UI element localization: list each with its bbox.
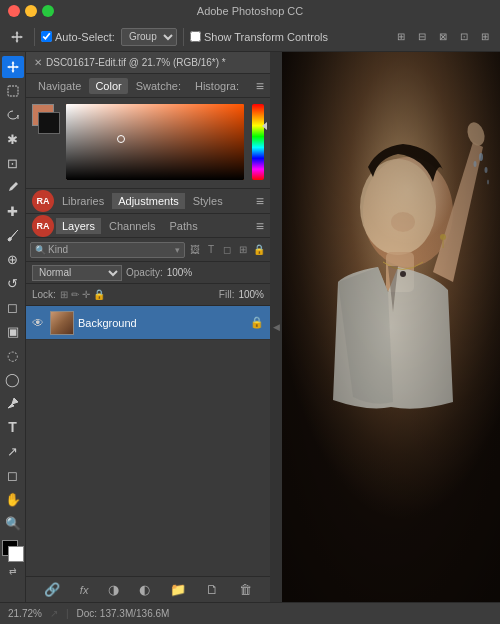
dodge-tool[interactable]: ◯ [2,368,24,390]
brush-tool[interactable] [2,224,24,246]
color-gradient[interactable] [66,104,244,180]
tab-swatches[interactable]: Swatche: [130,78,187,94]
lock-transparent-icon[interactable]: ⊞ [60,289,68,300]
link-layers-icon[interactable]: 🔗 [44,582,60,597]
photo-area[interactable] [282,52,500,602]
tab-styles[interactable]: Styles [187,193,229,209]
lock-position-icon[interactable]: ✛ [82,289,90,300]
tab-navigate[interactable]: Navigate [32,78,87,94]
layers-footer: 🔗 fx ◑ ◐ 📁 🗋 🗑 [26,576,270,602]
eraser-tool[interactable]: ◻ [2,296,24,318]
tab-layers[interactable]: Layers [56,218,101,234]
hue-slider[interactable] [252,104,264,180]
minimize-button[interactable] [25,5,37,17]
layer-thumbnail [50,311,74,335]
search-kind-dropdown[interactable]: ▾ [175,245,180,255]
adj-panel-menu[interactable]: ≡ [256,193,264,209]
svg-rect-14 [282,52,500,602]
ra-avatar: RA [32,190,54,212]
filter-lock-icon[interactable]: 🔒 [252,243,266,257]
filter-pixel-icon[interactable]: 🖼 [188,243,202,257]
new-fill-layer-icon[interactable]: ◐ [139,582,150,597]
photo-background [282,52,500,602]
lock-all-icon[interactable]: 🔒 [93,289,105,300]
woman-figure [282,52,500,602]
path-selection-tool[interactable]: ↗ [2,440,24,462]
eyedropper-tool[interactable] [2,176,24,198]
move-tool-icon[interactable] [6,26,28,48]
tab-libraries[interactable]: Libraries [56,193,110,209]
opacity-value[interactable]: 100% [167,267,193,278]
toolbar-divider [34,28,35,46]
move-tool[interactable] [2,56,24,78]
align-top-icon[interactable]: ⊡ [455,28,473,46]
healing-tool[interactable]: ✚ [2,200,24,222]
blur-tool[interactable]: ◌ [2,344,24,366]
layer-visibility-icon[interactable]: 👁 [32,316,46,330]
layer-item-background[interactable]: 👁 Background 🔒 [26,306,270,340]
align-right-icon[interactable]: ⊠ [434,28,452,46]
tools-panel: ✱ ⊡ ✚ ⊕ ↺ ◻ ▣ ◌ ◯ T ↗ ◻ ✋ 🔍 [0,52,26,602]
adjustments-panel: RA Libraries Adjustments Styles ≡ [26,189,270,214]
close-button[interactable] [8,5,20,17]
panels-area: Navigate Color Swatche: Histogra: ≡ [26,74,270,602]
panels-collapse-border[interactable]: ◀ [270,52,282,602]
show-transform-checkbox[interactable]: Show Transform Controls [190,31,328,43]
doc-close-icon[interactable]: ✕ [34,57,42,68]
zoom-tool[interactable]: 🔍 [2,512,24,534]
fill-value[interactable]: 100% [238,289,264,300]
tab-paths[interactable]: Paths [164,218,204,234]
lock-paint-icon[interactable]: ✏ [71,289,79,300]
auto-select-checkbox[interactable]: Auto-Select: [41,31,115,43]
new-layer-icon[interactable]: 🗋 [206,582,219,597]
delete-layer-icon[interactable]: 🗑 [239,582,252,597]
layer-fx-icon[interactable]: fx [80,584,89,596]
shape-tool[interactable]: ◻ [2,464,24,486]
swap-colors-icon[interactable]: ⇄ [9,566,17,576]
title-bar: Adobe Photoshop CC [0,0,500,22]
history-brush-tool[interactable]: ↺ [2,272,24,294]
color-picker-circle[interactable] [117,135,125,143]
lock-icons: ⊞ ✏ ✛ 🔒 [60,289,105,300]
tab-adjustments[interactable]: Adjustments [112,193,185,209]
layer-search-box[interactable]: 🔍 Kind ▾ [30,242,185,258]
fill-label: Fill: [219,289,235,300]
blend-mode-select[interactable]: Normal [32,265,122,281]
filter-text-icon[interactable]: T [204,243,218,257]
align-center-icon[interactable]: ⊟ [413,28,431,46]
auto-select-dropdown[interactable]: Group [121,28,177,46]
layers-tab-bar: RA Layers Channels Paths ≡ [26,214,270,238]
traffic-lights[interactable] [8,5,54,17]
main-layout: ✱ ⊡ ✚ ⊕ ↺ ◻ ▣ ◌ ◯ T ↗ ◻ ✋ 🔍 [0,52,500,602]
selection-tool[interactable] [2,80,24,102]
new-group-icon[interactable]: 📁 [170,582,186,597]
foreground-color[interactable] [2,540,24,562]
toolbar: Auto-Select: Group Show Transform Contro… [0,22,500,52]
search-icon: 🔍 [35,245,46,255]
gradient-tool[interactable]: ▣ [2,320,24,342]
collapse-arrow-icon: ◀ [273,322,280,332]
tab-histogram[interactable]: Histogra: [189,78,245,94]
magic-wand-tool[interactable]: ✱ [2,128,24,150]
filter-smart-icon[interactable]: ⊞ [236,243,250,257]
fg-bg-colors[interactable] [32,104,60,132]
doc-tab-label: DSC01617-Edit.tif @ 21.7% (RGB/16*) * [46,57,226,68]
clone-tool[interactable]: ⊕ [2,248,24,270]
pen-tool[interactable] [2,392,24,414]
align-middle-icon[interactable]: ⊞ [476,28,494,46]
tab-color[interactable]: Color [89,78,127,94]
align-left-icon[interactable]: ⊞ [392,28,410,46]
lasso-tool[interactable] [2,104,24,126]
layers-panel-menu[interactable]: ≡ [256,218,264,234]
maximize-button[interactable] [42,5,54,17]
tab-channels[interactable]: Channels [103,218,161,234]
add-mask-icon[interactable]: ◑ [108,582,119,597]
color-picker-area [26,98,270,188]
background-color-swatch[interactable] [38,112,60,134]
hand-tool[interactable]: ✋ [2,488,24,510]
text-tool[interactable]: T [2,416,24,438]
document-tab[interactable]: ✕ DSC01617-Edit.tif @ 21.7% (RGB/16*) * [26,52,270,74]
color-panel-menu[interactable]: ≡ [256,78,264,94]
filter-shape-icon[interactable]: ◻ [220,243,234,257]
crop-tool[interactable]: ⊡ [2,152,24,174]
